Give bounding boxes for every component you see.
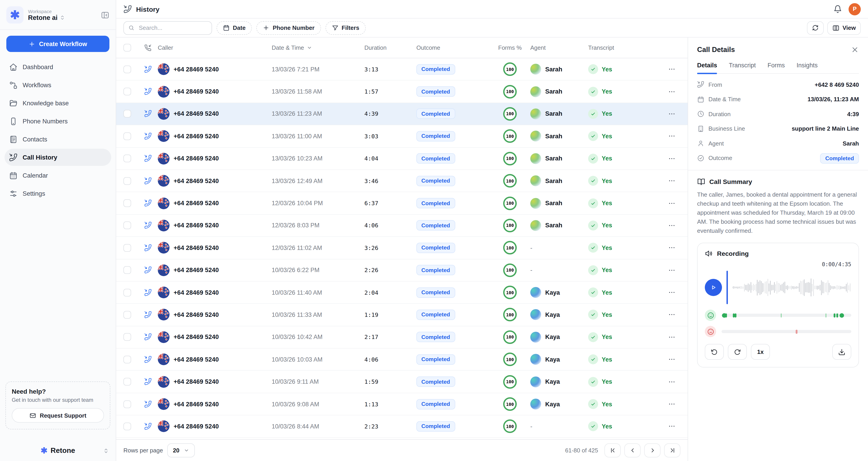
row-checkbox[interactable] bbox=[123, 244, 131, 252]
table-row[interactable]: +64 28469 5240 12/03/26 10:04 PM 6:37 Co… bbox=[116, 192, 688, 215]
tab-details[interactable]: Details bbox=[697, 62, 717, 73]
table-row[interactable]: +64 28469 5240 10/03/26 9:11 AM 1:59 Com… bbox=[116, 371, 688, 393]
row-menu-button[interactable] bbox=[648, 155, 688, 163]
table-row[interactable]: +64 28469 5240 10/03/26 10:03 AM 4:06 Co… bbox=[116, 348, 688, 371]
download-button[interactable] bbox=[832, 344, 851, 360]
positive-sentiment-track[interactable] bbox=[721, 314, 851, 317]
playback-speed-button[interactable]: 1x bbox=[751, 344, 770, 360]
row-menu-button[interactable] bbox=[648, 288, 688, 297]
row-menu-button[interactable] bbox=[648, 88, 688, 96]
rows-per-page-select[interactable]: 20 bbox=[167, 443, 195, 457]
row-checkbox[interactable] bbox=[123, 378, 131, 386]
sidebar-item-calendar[interactable]: Calendar bbox=[4, 167, 111, 184]
user-avatar[interactable]: P bbox=[848, 3, 861, 15]
row-menu-button[interactable] bbox=[648, 244, 688, 252]
select-all-checkbox[interactable] bbox=[123, 44, 131, 52]
create-workflow-button[interactable]: Create Workflow bbox=[6, 36, 110, 52]
chevrons-up-down-icon[interactable] bbox=[103, 447, 110, 454]
first-page-button[interactable] bbox=[604, 443, 621, 457]
table-row[interactable]: +64 28469 5240 13/03/26 7:21 PM 3:13 Com… bbox=[116, 58, 688, 81]
table-row[interactable]: +64 28469 5240 13/03/26 12:49 AM 3:46 Co… bbox=[116, 170, 688, 192]
forward-button[interactable] bbox=[728, 344, 747, 360]
row-menu-button[interactable] bbox=[648, 356, 688, 364]
replay-button[interactable] bbox=[705, 344, 724, 360]
waveform[interactable] bbox=[732, 270, 851, 305]
sidebar-item-workflows[interactable]: Workflows bbox=[4, 76, 111, 94]
tab-transcript[interactable]: Transcript bbox=[729, 62, 756, 73]
column-datetime[interactable]: Date & Time bbox=[272, 44, 364, 51]
filters-button[interactable]: Filters bbox=[325, 21, 366, 35]
next-page-button[interactable] bbox=[644, 443, 660, 457]
row-menu-button[interactable] bbox=[648, 422, 688, 430]
sidebar-item-knowledge-base[interactable]: Knowledge base bbox=[4, 94, 111, 112]
request-support-button[interactable]: Request Support bbox=[12, 408, 104, 423]
row-checkbox[interactable] bbox=[123, 222, 131, 229]
table-row[interactable]: +64 28469 5240 13/03/26 11:23 AM 4:39 Co… bbox=[116, 103, 688, 125]
row-checkbox[interactable] bbox=[123, 110, 131, 118]
row-checkbox[interactable] bbox=[123, 333, 131, 341]
sidebar-item-call-history[interactable]: Call History bbox=[4, 149, 111, 166]
table-row[interactable]: +64 28469 5240 10/03/26 6:22 PM 2:26 Com… bbox=[116, 259, 688, 282]
table-row[interactable]: +64 28469 5240 13/03/26 11:58 AM 1:57 Co… bbox=[116, 81, 688, 103]
column-agent[interactable]: Agent bbox=[530, 44, 588, 51]
row-checkbox[interactable] bbox=[123, 88, 131, 95]
view-button[interactable]: View bbox=[827, 21, 861, 35]
table-row[interactable]: +64 28469 5240 13/03/26 10:23 AM 4:04 Co… bbox=[116, 148, 688, 170]
column-forms[interactable]: Forms % bbox=[490, 44, 530, 51]
row-menu-button[interactable] bbox=[648, 132, 688, 140]
workspace-switcher[interactable]: ✱ Workspace Retone ai bbox=[0, 0, 116, 30]
phone-number-filter-button[interactable]: Phone Number bbox=[256, 21, 321, 35]
row-menu-button[interactable] bbox=[648, 177, 688, 185]
row-menu-button[interactable] bbox=[648, 221, 688, 229]
bell-icon[interactable] bbox=[833, 4, 842, 13]
help-card: Need help? Get in touch with our support… bbox=[5, 381, 110, 429]
play-button[interactable] bbox=[705, 279, 722, 296]
sidebar-collapse-icon[interactable] bbox=[101, 11, 110, 19]
row-checkbox[interactable] bbox=[123, 132, 131, 140]
row-checkbox[interactable] bbox=[123, 311, 131, 319]
row-checkbox[interactable] bbox=[123, 356, 131, 363]
row-menu-button[interactable] bbox=[648, 333, 688, 341]
row-menu-button[interactable] bbox=[648, 400, 688, 408]
row-checkbox[interactable] bbox=[123, 199, 131, 207]
column-transcript[interactable]: Transcript bbox=[588, 44, 648, 51]
row-checkbox[interactable] bbox=[123, 423, 131, 430]
row-menu-button[interactable] bbox=[648, 311, 688, 319]
table-row[interactable]: +64 28469 5240 12/03/26 8:03 PM 4:06 Com… bbox=[116, 214, 688, 237]
row-checkbox[interactable] bbox=[123, 155, 131, 162]
column-duration[interactable]: Duration bbox=[364, 44, 416, 51]
playhead-cursor[interactable] bbox=[726, 271, 727, 304]
row-checkbox[interactable] bbox=[123, 65, 131, 73]
column-caller[interactable]: Caller bbox=[158, 44, 272, 51]
sidebar-item-phone-numbers[interactable]: Phone Numbers bbox=[4, 113, 111, 130]
tab-forms[interactable]: Forms bbox=[768, 62, 785, 73]
sidebar-item-dashboard[interactable]: Dashboard bbox=[4, 58, 111, 75]
row-menu-button[interactable] bbox=[648, 110, 688, 118]
tab-insights[interactable]: Insights bbox=[797, 62, 817, 73]
row-menu-button[interactable] bbox=[648, 266, 688, 274]
table-row[interactable]: +64 28469 5240 10/03/26 9:08 AM 1:13 Com… bbox=[116, 393, 688, 416]
row-menu-button[interactable] bbox=[648, 199, 688, 207]
table-row[interactable]: +64 28469 5240 12/03/26 11:02 AM 3:26 Co… bbox=[116, 237, 688, 259]
row-checkbox[interactable] bbox=[123, 400, 131, 408]
date-filter-button[interactable]: Date bbox=[217, 21, 252, 35]
column-outcome[interactable]: Outcome bbox=[416, 44, 490, 51]
negative-sentiment-track[interactable] bbox=[721, 330, 851, 333]
table-row[interactable]: +64 28469 5240 10/03/26 8:44 AM 2:23 Com… bbox=[116, 416, 688, 438]
sidebar-item-contacts[interactable]: Contacts bbox=[4, 131, 111, 148]
row-menu-button[interactable] bbox=[648, 65, 688, 73]
last-page-button[interactable] bbox=[664, 443, 680, 457]
refresh-button[interactable] bbox=[807, 21, 824, 35]
previous-page-button[interactable] bbox=[624, 443, 641, 457]
table-row[interactable]: +64 28469 5240 10/03/26 11:40 AM 2:04 Co… bbox=[116, 282, 688, 304]
row-menu-button[interactable] bbox=[648, 378, 688, 386]
search-input[interactable] bbox=[138, 24, 207, 32]
row-checkbox[interactable] bbox=[123, 266, 131, 274]
sidebar-item-settings[interactable]: Settings bbox=[4, 185, 111, 202]
row-checkbox[interactable] bbox=[123, 288, 131, 296]
row-checkbox[interactable] bbox=[123, 177, 131, 185]
table-row[interactable]: +64 28469 5240 13/03/26 11:00 AM 3:03 Co… bbox=[116, 125, 688, 148]
table-row[interactable]: +64 28469 5240 10/03/26 10:42 AM 2:17 Co… bbox=[116, 326, 688, 348]
table-row[interactable]: +64 28469 5240 10/03/26 11:33 AM 1:19 Co… bbox=[116, 304, 688, 326]
close-icon[interactable] bbox=[851, 45, 859, 54]
